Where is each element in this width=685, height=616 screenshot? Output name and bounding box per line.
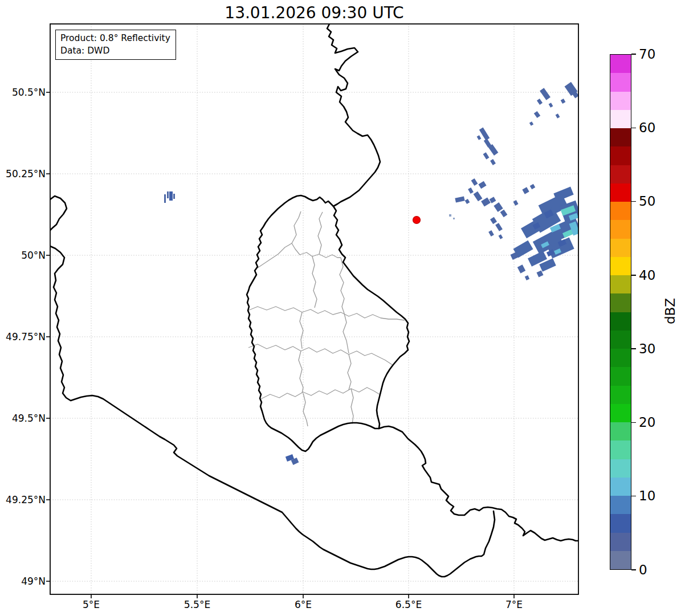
product-line: Product: 0.8° Reflectivity: [60, 32, 170, 44]
y-tick-label: 49.25°N: [0, 493, 46, 506]
colorbar-segment: [610, 349, 631, 367]
colorbar-segment: [610, 331, 631, 349]
colorbar-tick: [631, 569, 636, 570]
colorbar-tick-label: 60: [639, 120, 655, 136]
colorbar-segment: [610, 459, 631, 478]
radar-figure: { "title": "13.01.2026 09:30 UTC", "anno…: [0, 0, 685, 616]
x-tick-label: 5.5°E: [172, 598, 223, 611]
colorbar-tick-label: 70: [639, 46, 655, 62]
colorbar-tick: [631, 128, 636, 129]
x-tick-label: 5°E: [66, 598, 117, 611]
colorbar-tick-label: 0: [639, 562, 647, 578]
colorbar-segment: [610, 165, 631, 183]
colorbar-segment: [610, 55, 631, 73]
y-tick-label: 50.25°N: [0, 168, 46, 180]
colorbar-segment: [610, 202, 631, 220]
colorbar-tick: [631, 54, 636, 55]
radar-echo-cell: [164, 194, 166, 203]
colorbar-segment: [610, 478, 631, 496]
colorbar-tick-label: 30: [639, 341, 655, 357]
colorbar-segment: [610, 514, 631, 532]
colorbar-segment: [610, 533, 631, 551]
colorbar-tick: [631, 275, 636, 276]
map-plot: [0, 0, 685, 616]
colorbar-segment: [610, 312, 631, 331]
radar-echo-cell: [449, 214, 451, 217]
radar-echo-cell: [169, 191, 173, 201]
y-tick-label: 50°N: [0, 249, 46, 262]
colorbar-segment: [610, 496, 631, 514]
y-tick-label: 49.75°N: [0, 331, 46, 343]
colorbar-segment: [610, 386, 631, 404]
colorbar-tick-label: 50: [639, 193, 655, 209]
colorbar-segment: [610, 257, 631, 275]
radar-site-marker: [413, 217, 421, 224]
colorbar-segment: [610, 110, 631, 128]
x-tick-label: 6°E: [278, 598, 329, 611]
plot-title: 13.01.2026 09:30 UTC: [50, 3, 578, 23]
y-tick-label: 49.5°N: [0, 412, 46, 425]
colorbar-segment: [610, 367, 631, 385]
radar-echo-cell: [167, 191, 169, 198]
colorbar-segment: [610, 73, 631, 91]
colorbar-gradient: [610, 54, 631, 570]
x-tick-label: 6.5°E: [383, 598, 434, 611]
colorbar-segment: [610, 92, 631, 110]
colorbar-segment: [610, 220, 631, 238]
colorbar-segment: [610, 183, 631, 202]
y-tick-label: 50.5°N: [0, 86, 46, 99]
colorbar-segment: [610, 146, 631, 165]
colorbar-tick-label: 40: [639, 267, 655, 283]
colorbar-segment: [610, 422, 631, 440]
colorbar-segment: [610, 128, 631, 146]
colorbar-segment: [610, 293, 631, 312]
colorbar-tick: [631, 422, 636, 423]
colorbar-axis-label: dBZ: [663, 283, 678, 340]
data-source-line: Data: DWD: [60, 44, 170, 57]
colorbar-tick: [631, 496, 636, 497]
radar-echo-cell: [173, 194, 175, 199]
colorbar-tick-label: 10: [639, 488, 655, 504]
product-annotation-box: Product: 0.8° Reflectivity Data: DWD: [55, 30, 176, 60]
colorbar-tick: [631, 348, 636, 349]
colorbar-segment: [610, 404, 631, 422]
y-tick-label: 49°N: [0, 575, 46, 588]
radar-echo-cell: [453, 218, 455, 219]
colorbar-segment: [610, 239, 631, 257]
x-tick-label: 7°E: [488, 598, 540, 611]
colorbar-segment: [610, 551, 631, 569]
colorbar-segment: [610, 275, 631, 293]
colorbar-tick-label: 20: [639, 414, 655, 430]
colorbar-tick: [631, 201, 636, 202]
colorbar-segment: [610, 440, 631, 459]
